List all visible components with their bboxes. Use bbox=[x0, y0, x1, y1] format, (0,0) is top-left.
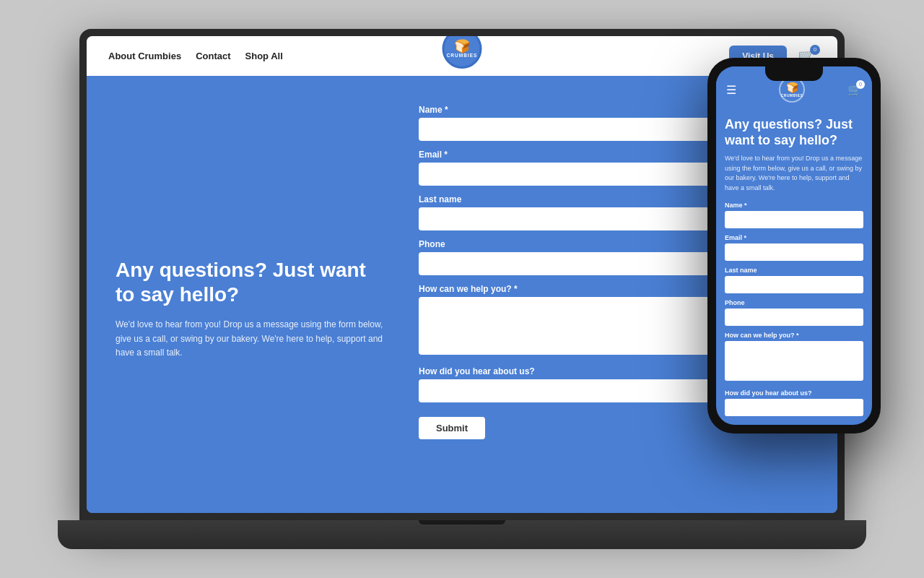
phone-name-label: Name * bbox=[725, 202, 863, 209]
scene: About Crumbies Contact Shop All 🍞 CRUMBI… bbox=[0, 0, 924, 578]
hero-description: We'd love to hear from you! Drop us a me… bbox=[116, 318, 390, 360]
nav-link-contact[interactable]: Contact bbox=[196, 51, 230, 61]
phone-hear-group: How did you hear about us? bbox=[725, 389, 863, 416]
phone-hero-description: We'd love to hear from you! Drop us a me… bbox=[725, 154, 863, 193]
phone-lastname-label: Last name bbox=[725, 267, 863, 274]
phone-cart-badge: 0 bbox=[856, 80, 865, 89]
phone-phone-label: Phone bbox=[725, 299, 863, 306]
phone-email-label: Email * bbox=[725, 234, 863, 241]
phone-phone-group: Phone bbox=[725, 299, 863, 326]
phone-hear-input[interactable] bbox=[725, 399, 863, 416]
cart-badge: 0 bbox=[810, 45, 820, 55]
phone-logo-text: CRUMBIES bbox=[781, 93, 803, 98]
phone-help-textarea[interactable] bbox=[725, 341, 863, 381]
laptop-base bbox=[58, 520, 866, 549]
logo-bread-icon: 🍞 bbox=[454, 40, 471, 53]
phone-email-group: Email * bbox=[725, 234, 863, 261]
phone-logo-bread-icon: 🍞 bbox=[786, 82, 798, 93]
logo-badge: 🍞 CRUMBIES bbox=[443, 36, 482, 69]
nav-links: About Crumbies Contact Shop All bbox=[108, 51, 283, 61]
phone-lastname-input[interactable] bbox=[725, 276, 863, 293]
phone-name-group: Name * bbox=[725, 202, 863, 228]
phone-cart-icon[interactable]: 🛒 0 bbox=[847, 83, 862, 97]
submit-button[interactable]: Submit bbox=[419, 417, 485, 439]
phone-menu-icon[interactable]: ☰ bbox=[726, 83, 736, 97]
nav-link-shop[interactable]: Shop All bbox=[245, 51, 283, 61]
phone-hear-label: How did you hear about us? bbox=[725, 389, 863, 397]
phone-phone-input[interactable] bbox=[725, 309, 863, 326]
phone-help-group: How can we help you? * bbox=[725, 332, 863, 384]
logo-text: CRUMBIES bbox=[447, 53, 478, 58]
left-content: Any questions? Just want to say hello? W… bbox=[116, 98, 390, 491]
nav-link-about[interactable]: About Crumbies bbox=[108, 51, 181, 61]
phone-help-label: How can we help you? * bbox=[725, 332, 863, 339]
phone-name-input[interactable] bbox=[725, 211, 863, 228]
phone-email-input[interactable] bbox=[725, 243, 863, 261]
hero-title: Any questions? Just want to say hello? bbox=[116, 258, 390, 306]
phone-device: ☰ 🍞 CRUMBIES 🛒 0 Any questions? Just wan… bbox=[707, 58, 881, 434]
phone-lastname-group: Last name bbox=[725, 267, 863, 293]
nav-logo: 🍞 CRUMBIES bbox=[443, 36, 482, 76]
phone-screen: ☰ 🍞 CRUMBIES 🛒 0 Any questions? Just wan… bbox=[716, 66, 872, 425]
phone-hero-title: Any questions? Just want to say hello? bbox=[725, 117, 863, 148]
phone-notch bbox=[765, 66, 823, 81]
phone-content: Any questions? Just want to say hello? W… bbox=[716, 108, 872, 423]
